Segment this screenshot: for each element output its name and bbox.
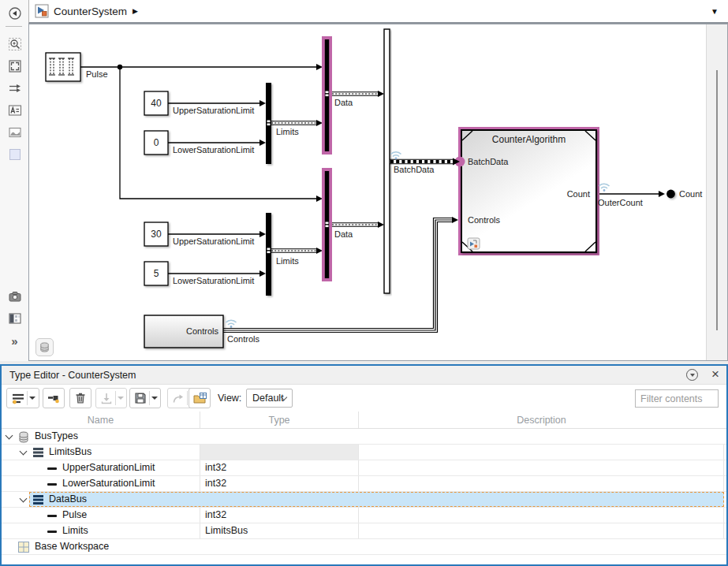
add-bus-button[interactable]: [6, 388, 39, 408]
open-button[interactable]: [189, 388, 211, 408]
table-row-bustypes[interactable]: BusTypes: [2, 429, 726, 445]
signal-label-lower-top[interactable]: LowerSaturationLimit: [173, 145, 254, 155]
counter-algorithm-title: CounterAlgorithm: [461, 134, 596, 145]
bus-notch: [267, 248, 271, 251]
canvas-scrollbar[interactable]: [706, 24, 727, 360]
row-type: [200, 429, 358, 444]
breadcrumb-expand-arrow[interactable]: ▼: [711, 7, 719, 16]
breadcrumb-model-name[interactable]: CounterSystem: [54, 6, 127, 17]
back-button[interactable]: [7, 6, 22, 20]
add-bus-dropdown-arrow[interactable]: [29, 397, 35, 400]
constant-5-value: 5: [144, 262, 168, 285]
palette-toolstrip: »: [0, 0, 28, 361]
type-editor-panel: Type Editor - CounterSystem ×: [0, 364, 728, 566]
split-divider: [149, 391, 150, 405]
add-element-button[interactable]: [43, 388, 65, 408]
signal-label-outercount[interactable]: OuterCount: [598, 198, 643, 207]
row-type: [200, 492, 358, 507]
wireless-icon-batchdata: [391, 152, 401, 160]
annotation-tool[interactable]: [7, 102, 22, 117]
expand-chevron[interactable]: [6, 432, 13, 440]
count-outport-label[interactable]: Count: [679, 189, 702, 199]
table-row-pulse[interactable]: Pulse int32: [2, 508, 726, 523]
table-row-limitsbus[interactable]: LimitsBus: [2, 445, 726, 460]
canvas-scrollbar-thumb[interactable]: [716, 70, 718, 330]
data-bus-top[interactable]: [332, 92, 378, 96]
signal-label-upper-top[interactable]: UpperSaturationLimit: [173, 106, 254, 115]
open-folder-icon: [192, 391, 207, 405]
bus-icon: [33, 495, 44, 505]
more-tools-button[interactable]: »: [7, 333, 22, 348]
simulink-window: » CounterSystem ▶ ▼: [0, 0, 728, 566]
data-dictionary-button[interactable]: [35, 338, 54, 356]
camera-icon: [8, 289, 22, 303]
screenshot-tool[interactable]: [7, 289, 22, 303]
signal-label-batchdata[interactable]: BatchData: [394, 165, 434, 174]
wireless-icon-count: [599, 184, 610, 192]
table-row-uppersaturationlimit[interactable]: UpperSaturationLimit int32: [2, 460, 726, 476]
row-name: LimitsBus: [49, 446, 91, 457]
port-label-controls: Controls: [468, 215, 500, 225]
limits-bus-bottom[interactable]: [271, 249, 316, 253]
wireless-icon-controls: [226, 320, 237, 328]
data-bus-bottom[interactable]: [332, 223, 378, 227]
bus-notch: [267, 124, 271, 126]
area-annotation-tool[interactable]: [7, 147, 22, 162]
save-dropdown-arrow[interactable]: [151, 397, 158, 400]
table-row-base-workspace[interactable]: Base Workspace: [2, 539, 726, 555]
row-name: DataBus: [49, 493, 87, 505]
type-editor-title: Type Editor - CounterSystem: [9, 370, 136, 381]
signal-label-limits-top[interactable]: Limits: [276, 127, 299, 136]
save-button[interactable]: [129, 388, 161, 408]
count-outport-block[interactable]: [666, 190, 675, 199]
column-header-description: Description: [358, 411, 724, 428]
signal-label-lower-bottom[interactable]: LowerSaturationLimit: [173, 276, 254, 285]
view-dropdown[interactable]: Default: [246, 389, 293, 408]
bus-element-icon: [47, 531, 57, 533]
panels-tool[interactable]: [7, 311, 22, 326]
bus-creator-batchdata[interactable]: [384, 29, 390, 293]
signal-label-controls[interactable]: Controls: [227, 334, 259, 344]
row-type: int32: [200, 508, 358, 523]
table-row-databus-selected[interactable]: DataBus: [2, 492, 726, 508]
row-description: [358, 508, 724, 523]
type-editor-titlebar: Type Editor - CounterSystem ×: [2, 366, 726, 385]
share-arrow-icon: [171, 391, 185, 405]
bus-creator-limits-bottom[interactable]: [266, 213, 271, 296]
collapse-panel-button[interactable]: [686, 369, 698, 381]
table-row-lowersaturationlimit[interactable]: LowerSaturationLimit int32: [2, 476, 726, 492]
bus-creator-data-bottom-highlighted[interactable]: [322, 168, 332, 281]
bus-notch: [267, 121, 271, 123]
expand-chevron[interactable]: [20, 448, 28, 456]
header-spacer: [724, 411, 726, 428]
signal-label-pulse[interactable]: Pulse: [86, 69, 108, 79]
close-panel-button[interactable]: ×: [711, 367, 719, 382]
zoom-select-tool[interactable]: [7, 36, 22, 51]
signal-label-limits-bottom[interactable]: Limits: [276, 256, 299, 266]
signal-label-data-bottom[interactable]: Data: [334, 229, 353, 239]
bus-element-icon: [47, 467, 57, 470]
limits-bus-top[interactable]: [271, 121, 316, 125]
model-canvas[interactable]: Pulse 40 0 30 5 UpperSaturationLimit Low…: [28, 24, 728, 361]
bus-creator-data-top-highlighted[interactable]: [322, 36, 332, 155]
signal-label-upper-bottom[interactable]: UpperSaturationLimit: [173, 236, 254, 246]
fit-to-view-tool[interactable]: [7, 58, 22, 73]
row-type: [200, 539, 358, 554]
model-badge-icon: [468, 238, 480, 249]
signal-label-data-top[interactable]: Data: [334, 98, 353, 107]
split-divider: [187, 391, 188, 405]
model-icon: [35, 4, 49, 18]
delete-button[interactable]: [69, 388, 91, 408]
import-dropdown-arrow[interactable]: [118, 397, 124, 400]
batchdata-bus[interactable]: [390, 159, 454, 163]
type-editor-table: Name Type Description BusTypes: [2, 411, 726, 564]
route-signals-tool[interactable]: [7, 80, 22, 95]
import-button[interactable]: [95, 388, 127, 408]
row-description: [358, 539, 724, 554]
row-name: Limits: [62, 525, 88, 536]
table-row-limits[interactable]: Limits LimitsBus: [2, 523, 726, 539]
expand-chevron[interactable]: [20, 495, 28, 503]
image-annotation-tool[interactable]: [7, 125, 22, 140]
bus-lines[interactable]: [223, 92, 454, 333]
filter-contents-input[interactable]: [635, 389, 719, 408]
